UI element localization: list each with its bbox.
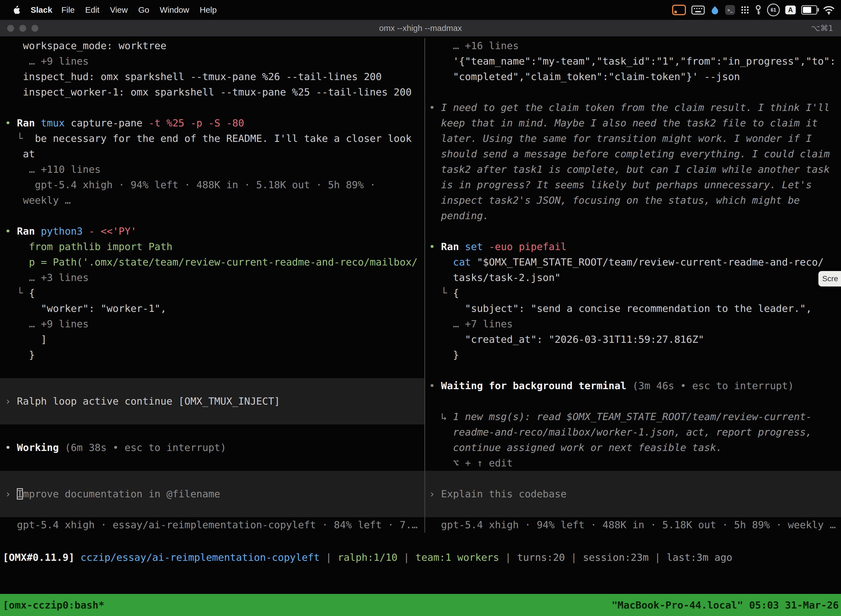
menu-item-window[interactable]: Window bbox=[154, 5, 195, 15]
terminal-line: '{"team_name":"my-team","task_id":"1","f… bbox=[429, 54, 841, 69]
key-icon[interactable] bbox=[755, 5, 762, 15]
terminal-line: └ { bbox=[429, 285, 841, 301]
terminal-line bbox=[5, 455, 424, 471]
desktop-screen: Slack FileEditViewGoWindowHelp >_ 61 A bbox=[0, 0, 841, 616]
screen-capture-notification[interactable]: Scre bbox=[818, 271, 841, 286]
terminal-line: gpt-5.4 xhigh · 94% left · 488K in · 5.1… bbox=[5, 177, 424, 193]
terminal-line: cat "$OMX_TEAM_STATE_ROOT/team/review-cu… bbox=[429, 254, 841, 270]
keyboard-icon[interactable] bbox=[692, 6, 705, 15]
traffic-lights bbox=[7, 20, 38, 37]
terminal-line: inspect task2's JSON, focusing on the st… bbox=[429, 193, 841, 208]
apple-menu-icon[interactable] bbox=[13, 6, 20, 15]
tmux-session-label: [omx-cczip0:bash* bbox=[3, 600, 104, 611]
terminal-line: tasks/task-2.json" bbox=[429, 270, 841, 285]
terminal-line: should send a message before completing … bbox=[429, 146, 841, 162]
terminal-line bbox=[5, 424, 424, 440]
terminal-line: weekly … bbox=[5, 193, 424, 208]
menu-item-view[interactable]: View bbox=[105, 5, 133, 15]
zoom-button[interactable] bbox=[31, 25, 38, 32]
terminal-line bbox=[5, 363, 424, 378]
menu-bar: Slack FileEditViewGoWindowHelp >_ 61 A bbox=[0, 0, 841, 20]
terminal-line: └ { bbox=[5, 285, 424, 301]
terminal-app-icon[interactable]: >_ bbox=[725, 5, 735, 15]
terminal-line: • Ran python3 - <<'PY' bbox=[5, 224, 424, 239]
terminal-window: workspace_mode: worktree … +9 lines insp… bbox=[0, 37, 841, 616]
terminal-line: • Waiting for background terminal (3m 46… bbox=[429, 378, 841, 393]
terminal-line: › Ralph loop active continue [OMX_TMUX_I… bbox=[5, 393, 424, 409]
wifi-icon[interactable] bbox=[823, 6, 835, 15]
terminal-line: inspect_worker-1: omx sparkshell --tmux-… bbox=[5, 84, 424, 100]
composer-input-band[interactable]: › Improve documentation in @filename bbox=[0, 471, 424, 517]
terminal-line: └ be necessary for the end of the README… bbox=[5, 131, 424, 146]
terminal-line: ↳ 1 new msg(s): read $OMX_TEAM_STATE_ROO… bbox=[429, 409, 841, 424]
terminal-line: … +3 lines bbox=[5, 270, 424, 285]
terminal-line: "completed","claim_token":"claim-token"}… bbox=[429, 69, 841, 84]
close-button[interactable] bbox=[7, 25, 14, 32]
terminal-pane-left[interactable]: workspace_mode: worktree … +9 lines insp… bbox=[0, 38, 424, 532]
terminal-line: from pathlib import Path bbox=[5, 239, 424, 254]
menubar-menus: FileEditViewGoWindowHelp bbox=[56, 5, 222, 15]
terminal-line: continue assigned work or next feasible … bbox=[429, 440, 841, 455]
battery-percent-value: 61 bbox=[771, 7, 776, 13]
terminal-line: is in progress? It seems likely but perh… bbox=[429, 177, 841, 193]
active-app-name[interactable]: Slack bbox=[31, 5, 52, 15]
dots-grid-icon[interactable] bbox=[741, 6, 749, 14]
terminal-line: … +110 lines bbox=[5, 162, 424, 177]
input-source-label: A bbox=[788, 6, 793, 14]
notification-text: Scre bbox=[822, 274, 838, 283]
tmux-status-bar: [omx-cczip0:bash* "MacBook-Pro-44.local"… bbox=[0, 594, 841, 616]
terminal-line: ] bbox=[5, 332, 424, 347]
terminal-line: ⌥ + ↑ edit bbox=[429, 455, 841, 471]
terminal-line: at bbox=[5, 146, 424, 162]
tmux-host-clock: "MacBook-Pro-44.local" 05:03 31-Mar-26 bbox=[611, 600, 839, 611]
terminal-line: p = Path('.omx/state/team/review-current… bbox=[5, 254, 424, 270]
terminal-line: inspect_hud: omx sparkshell --tmux-pane … bbox=[5, 69, 424, 84]
terminal-pane-right[interactable]: … +16 lines '{"team_name":"my-team","tas… bbox=[425, 38, 841, 532]
terminal-line: pending. bbox=[429, 208, 841, 224]
terminal-line: › Explain this codebase bbox=[429, 486, 841, 502]
terminal-line: "created_at": "2026-03-31T11:59:27.816Z" bbox=[429, 332, 841, 347]
window-title-bar[interactable]: omx --xhigh --madmax ⌥⌘1 bbox=[0, 20, 841, 37]
menu-item-edit[interactable]: Edit bbox=[80, 5, 105, 15]
droplet-app-icon[interactable] bbox=[710, 5, 719, 15]
minimize-button[interactable] bbox=[19, 25, 26, 32]
screen-recording-indicator-icon[interactable] bbox=[672, 5, 686, 15]
terminal-line: … +7 lines bbox=[429, 316, 841, 332]
terminal-line: • Ran set -euo pipefail bbox=[429, 239, 841, 254]
terminal-line bbox=[429, 224, 841, 239]
terminal-line: gpt-5.4 xhigh · essay/ai-reimplementatio… bbox=[5, 517, 424, 532]
terminal-line: • Working (6m 38s • esc to interrupt) bbox=[5, 440, 424, 455]
terminal-line: • I need to get the claim token from the… bbox=[429, 100, 841, 115]
menu-item-file[interactable]: File bbox=[56, 5, 80, 15]
terminal-line: task2 after task1 is complete, but can I… bbox=[429, 162, 841, 177]
terminal-line: › Improve documentation in @filename bbox=[5, 486, 424, 502]
terminal-line: later. Using the same for transition mig… bbox=[429, 131, 841, 146]
terminal-line: … +9 lines bbox=[5, 316, 424, 332]
menu-item-go[interactable]: Go bbox=[133, 5, 154, 15]
menu-item-help[interactable]: Help bbox=[195, 5, 222, 15]
terminal-line: } bbox=[429, 347, 841, 363]
terminal-line: } bbox=[5, 347, 424, 363]
terminal-line: … +9 lines bbox=[5, 54, 424, 69]
composer-input-band[interactable]: › Ralph loop active continue [OMX_TMUX_I… bbox=[0, 378, 424, 424]
input-source-icon[interactable]: A bbox=[785, 6, 796, 14]
terminal-line: • Ran tmux capture-pane -t %25 -p -S -80 bbox=[5, 115, 424, 131]
terminal-line: workspace_mode: worktree bbox=[5, 38, 424, 54]
terminal-line bbox=[5, 208, 424, 224]
terminal-line: "subject": "send a concise recommendatio… bbox=[429, 301, 841, 316]
terminal-line: … +16 lines bbox=[429, 38, 841, 54]
window-shortcut-hint: ⌥⌘1 bbox=[811, 23, 833, 33]
terminal-line bbox=[429, 363, 841, 378]
omx-status-line: [OMX#0.11.9] cczip/essay/ai-reimplementa… bbox=[0, 550, 841, 565]
tmux-panes: workspace_mode: worktree … +9 lines insp… bbox=[0, 37, 841, 532]
composer-input-band[interactable]: › Explain this codebase bbox=[425, 471, 841, 517]
menubar-status-icons: >_ 61 A bbox=[672, 4, 835, 16]
terminal-line: "worker": "worker-1", bbox=[5, 301, 424, 316]
terminal-line: readme-and-reco/mailbox/worker-1.json, a… bbox=[429, 424, 841, 440]
battery-icon[interactable] bbox=[801, 5, 817, 15]
terminal-line bbox=[429, 393, 841, 409]
window-title: omx --xhigh --madmax bbox=[379, 23, 462, 33]
terminal-line bbox=[5, 100, 424, 115]
battery-percent-ring-icon[interactable]: 61 bbox=[767, 4, 780, 16]
terminal-line: gpt-5.4 xhigh · 94% left · 488K in · 5.1… bbox=[429, 517, 841, 532]
